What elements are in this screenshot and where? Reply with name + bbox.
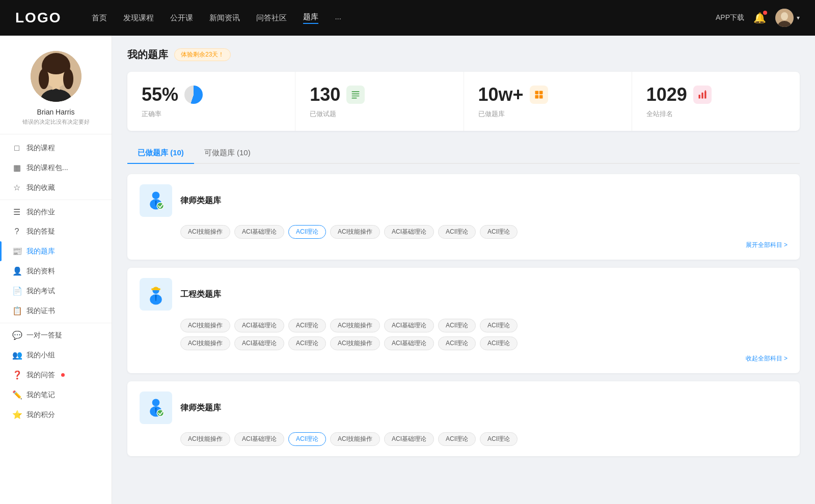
- tag-lawyer2-2[interactable]: ACI理论: [288, 432, 326, 446]
- nav-more[interactable]: ···: [335, 14, 341, 22]
- accuracy-pie-chart: [184, 86, 203, 104]
- sidebar-item-group[interactable]: 👥 我的小组: [0, 345, 112, 365]
- tag-lawyer1-1[interactable]: ACI基础理论: [234, 225, 284, 239]
- qa-dot: [61, 373, 65, 377]
- sidebar-item-notes[interactable]: ✏️ 我的笔记: [0, 385, 112, 405]
- nav-right: APP下载 🔔 ▾: [716, 9, 800, 27]
- tag-eng-r1-1[interactable]: ACI基础理论: [234, 319, 284, 332]
- nav-links: 首页 发现课程 公开课 新闻资讯 问答社区 题库 ···: [92, 12, 716, 24]
- tab-available-banks[interactable]: 可做题库 (10): [194, 143, 261, 163]
- sidebar-item-favorites[interactable]: ☆ 我的收藏: [0, 178, 112, 198]
- profile-avatar: [31, 51, 82, 102]
- app-download-button[interactable]: APP下载: [716, 13, 744, 22]
- tag-eng-r2-3[interactable]: ACI技能操作: [330, 337, 380, 350]
- tag-eng-r2-0[interactable]: ACI技能操作: [180, 337, 230, 350]
- tag-eng-r2-2[interactable]: ACI理论: [288, 337, 326, 350]
- question-bank-icon: 📰: [12, 246, 21, 256]
- tag-lawyer1-4[interactable]: ACI基础理论: [384, 225, 434, 239]
- svg-rect-18: [539, 95, 542, 99]
- notification-bell[interactable]: 🔔: [753, 12, 766, 24]
- sidebar-item-label: 我的积分: [26, 410, 55, 419]
- svg-point-8: [43, 56, 69, 74]
- nav-questions[interactable]: 题库: [303, 12, 318, 24]
- tag-lawyer1-3[interactable]: ACI技能操作: [330, 225, 380, 239]
- svg-point-1: [781, 12, 788, 20]
- page-header: 我的题库 体验剩余23天！: [127, 48, 800, 62]
- stat-banks-top: 10w+: [478, 84, 617, 105]
- nav-home[interactable]: 首页: [92, 13, 107, 23]
- stats-row: 55% 正确率 130 已做试题 10w+: [127, 72, 800, 131]
- tag-lawyer2-1[interactable]: ACI基础理论: [234, 432, 284, 446]
- divider-1: [0, 200, 112, 200]
- page-layout: Brian Harris 错误的决定比没有决定要好 □ 我的课程 ▦ 我的课程包…: [0, 0, 815, 504]
- stat-done-banks: 10w+ 已做题库: [464, 72, 632, 131]
- group-icon: 👥: [12, 350, 21, 360]
- lawyer-icon: [140, 184, 172, 217]
- svg-rect-20: [701, 93, 703, 99]
- sidebar-item-points[interactable]: ⭐ 我的积分: [0, 405, 112, 425]
- bank-card-engineer: 工程类题库 ACI技能操作 ACI基础理论 ACI理论 ACI技能操作 ACI基…: [127, 268, 800, 373]
- tag-lawyer1-5[interactable]: ACI理论: [438, 225, 476, 239]
- sidebar-item-profile[interactable]: 👤 我的资料: [0, 261, 112, 281]
- tag-lawyer2-0[interactable]: ACI技能操作: [180, 432, 230, 446]
- tag-eng-r1-5[interactable]: ACI理论: [438, 319, 476, 332]
- svg-rect-16: [539, 91, 542, 95]
- tab-done-banks[interactable]: 已做题库 (10): [127, 143, 194, 163]
- expand-link-lawyer1[interactable]: 展开全部科目 >: [140, 241, 787, 249]
- tag-eng-r2-4[interactable]: ACI基础理论: [384, 337, 434, 350]
- svg-rect-11: [352, 91, 360, 92]
- sidebar-item-one-on-one[interactable]: 💬 一对一答疑: [0, 325, 112, 345]
- svg-rect-12: [352, 94, 360, 95]
- stat-ranking-value: 1029: [646, 84, 687, 105]
- tabs-row: 已做题库 (10) 可做题库 (10): [127, 143, 800, 164]
- tag-lawyer2-6[interactable]: ACI理论: [480, 432, 518, 446]
- tag-lawyer1-0[interactable]: ACI技能操作: [180, 225, 230, 239]
- tag-lawyer1-2[interactable]: ACI理论: [288, 225, 326, 239]
- nav-news[interactable]: 新闻资讯: [209, 13, 240, 23]
- sidebar-item-label: 我的资料: [26, 267, 55, 276]
- svg-point-34: [157, 410, 164, 416]
- stat-ranking-top: 1029: [646, 84, 785, 105]
- tag-eng-r1-6[interactable]: ACI理论: [480, 319, 518, 332]
- logo[interactable]: LOGO: [15, 10, 61, 26]
- sidebar-item-label: 我的问答: [26, 371, 55, 380]
- tag-eng-r2-1[interactable]: ACI基础理论: [234, 337, 284, 350]
- nav-openclass[interactable]: 公开课: [170, 13, 193, 23]
- user-avatar-menu[interactable]: ▾: [775, 9, 800, 27]
- nav-discover[interactable]: 发现课程: [123, 13, 154, 23]
- bank-tags-lawyer1: ACI技能操作 ACI基础理论 ACI理论 ACI技能操作 ACI基础理论 AC…: [140, 225, 787, 239]
- top-navigation: LOGO 首页 发现课程 公开课 新闻资讯 问答社区 题库 ··· APP下载 …: [0, 0, 815, 36]
- stat-done-questions: 130 已做试题: [295, 72, 464, 131]
- sidebar-item-label: 我的答疑: [26, 227, 55, 236]
- tag-eng-r1-0[interactable]: ACI技能操作: [180, 319, 230, 332]
- tag-lawyer2-3[interactable]: ACI技能操作: [330, 432, 380, 446]
- bank-name-engineer: 工程类题库: [180, 289, 221, 300]
- sidebar-item-my-qa[interactable]: ❓ 我的问答: [0, 365, 112, 385]
- sidebar: Brian Harris 错误的决定比没有决定要好 □ 我的课程 ▦ 我的课程包…: [0, 36, 112, 504]
- svg-point-23: [152, 191, 160, 199]
- sidebar-item-label: 我的考试: [26, 287, 55, 296]
- tag-eng-r2-6[interactable]: ACI理论: [480, 337, 518, 350]
- tag-eng-r1-2[interactable]: ACI理论: [288, 319, 326, 332]
- svg-rect-21: [704, 91, 706, 98]
- nav-qa[interactable]: 问答社区: [256, 13, 287, 23]
- engineer-icon: [140, 278, 172, 311]
- sidebar-item-qa[interactable]: ? 我的答疑: [0, 222, 112, 241]
- sidebar-item-my-course[interactable]: □ 我的课程: [0, 138, 112, 158]
- bank-name-lawyer1: 律师类题库: [180, 195, 221, 206]
- sidebar-item-question-bank[interactable]: 📰 我的题库: [0, 241, 112, 261]
- sidebar-item-homework[interactable]: ☰ 我的作业: [0, 202, 112, 222]
- tag-eng-r1-4[interactable]: ACI基础理论: [384, 319, 434, 332]
- tag-eng-r1-3[interactable]: ACI技能操作: [330, 319, 380, 332]
- notes-icon: ✏️: [12, 390, 21, 400]
- tag-lawyer2-5[interactable]: ACI理论: [438, 432, 476, 446]
- sidebar-item-certificate[interactable]: 📋 我的证书: [0, 301, 112, 321]
- tag-lawyer2-4[interactable]: ACI基础理论: [384, 432, 434, 446]
- collapse-link-engineer[interactable]: 收起全部科目 >: [140, 354, 787, 363]
- sidebar-item-exam[interactable]: 📄 我的考试: [0, 281, 112, 301]
- tag-lawyer1-6[interactable]: ACI理论: [480, 225, 518, 239]
- sidebar-item-label: 一对一答疑: [26, 331, 62, 340]
- tag-eng-r2-5[interactable]: ACI理论: [438, 337, 476, 350]
- sidebar-item-course-pack[interactable]: ▦ 我的课程包...: [0, 158, 112, 178]
- stat-accuracy: 55% 正确率: [127, 72, 295, 131]
